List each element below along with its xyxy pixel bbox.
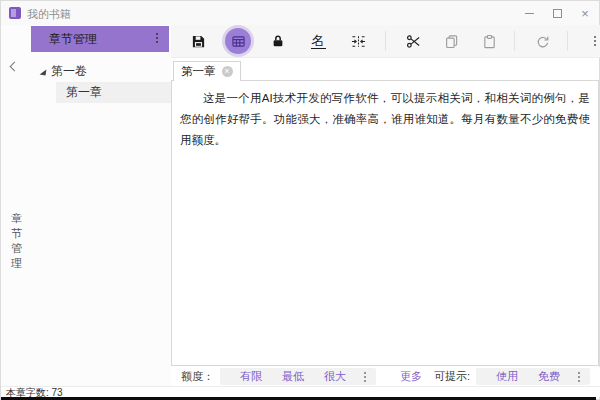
lock-button[interactable] <box>265 28 291 54</box>
toolbar-separator <box>385 31 386 51</box>
vertical-tab-chapter-management[interactable]: 章节管理 <box>10 211 23 271</box>
close-button[interactable]: × <box>571 1 599 25</box>
left-rail: 章节管理 <box>1 25 31 397</box>
cut-button[interactable] <box>400 28 426 54</box>
redo-button[interactable] <box>529 28 555 54</box>
tree-item-label: 第一卷 <box>51 63 87 80</box>
maximize-icon <box>553 9 562 18</box>
panel-header: 章节管理 <box>31 26 169 52</box>
editor-toolbar: 名 <box>171 25 600 58</box>
suggestion-word[interactable]: 使用 <box>496 369 518 384</box>
suggestion-word[interactable]: 很大 <box>324 369 346 384</box>
panel-title: 章节管理 <box>49 31 97 48</box>
chapter-tab-active[interactable]: 第一章 × <box>173 61 241 81</box>
chapter-tree: 第一卷 第一章 <box>31 52 171 397</box>
toolbar-more-button[interactable] <box>582 28 600 54</box>
suggestion-more-dots-icon[interactable] <box>364 372 366 382</box>
tree-item-chapter-selected[interactable]: 第一章 <box>56 82 171 103</box>
minimize-icon <box>525 13 534 14</box>
copy-button[interactable] <box>438 28 464 54</box>
toolbar-separator <box>567 31 568 51</box>
title-bar: 我的书籍 × <box>1 1 599 25</box>
save-button[interactable] <box>185 28 211 54</box>
lock-icon <box>271 34 285 48</box>
app-window: 我的书籍 × 章节管理 章节管理 第一卷 第一章 名 <box>0 0 600 400</box>
maximize-button[interactable] <box>543 1 571 25</box>
prompt-suggestions-group: 使用 免费 <box>476 368 590 385</box>
quota-suggestions-group: 有限 最低 很大 <box>220 368 376 385</box>
close-icon: × <box>581 7 589 20</box>
ai-suggestion-bar: 额度： 有限 最低 很大 更多 可提示: 使用 免费 <box>171 367 600 386</box>
tab-title: 第一章 <box>181 64 216 79</box>
name-text-icon: 名 <box>311 34 326 49</box>
paste-button[interactable] <box>476 28 502 54</box>
editor-text: 这是一个用AI技术开发的写作软件，可以提示相关词，和相关词的例句，是您的创作好帮… <box>172 81 598 151</box>
panel-menu-dots-icon[interactable] <box>156 33 158 43</box>
minimize-button[interactable] <box>515 1 543 25</box>
indent-icon <box>351 34 366 49</box>
clipboard-paste-icon <box>482 34 497 49</box>
status-bar: 本章字数: 73 <box>1 386 600 397</box>
suggestion-word[interactable]: 有限 <box>240 369 262 384</box>
toolbar-separator <box>514 31 515 51</box>
scissors-icon <box>406 34 421 49</box>
window-title: 我的书籍 <box>27 7 71 22</box>
more-dots-icon <box>594 36 596 46</box>
copy-icon <box>444 34 459 49</box>
indent-format-button[interactable] <box>345 28 371 54</box>
suggestion-word[interactable]: 免费 <box>538 369 560 384</box>
save-floppy-icon <box>191 34 206 49</box>
collapse-sidebar-chevron-icon[interactable] <box>10 62 20 72</box>
character-name-button[interactable]: 名 <box>305 28 331 54</box>
quota-label: 额度： <box>181 369 214 384</box>
more-suggestions-link[interactable]: 更多 <box>400 369 422 384</box>
tab-close-icon[interactable]: × <box>222 66 233 77</box>
editor-area: 第一章 × 这是一个用AI技术开发的写作软件，可以提示相关词，和相关词的例句，是… <box>171 58 599 366</box>
app-logo-icon <box>9 7 21 19</box>
tree-expander-icon[interactable] <box>40 68 47 75</box>
suggestion-word[interactable]: 最低 <box>282 369 304 384</box>
editor-content[interactable]: 这是一个用AI技术开发的写作软件，可以提示相关词，和相关词的例句，是您的创作好帮… <box>171 80 599 366</box>
tree-item-volume[interactable]: 第一卷 <box>31 61 171 82</box>
prompt-label: 可提示: <box>434 369 470 384</box>
card-view-button-active[interactable] <box>225 28 251 54</box>
suggestion-more-dots-icon[interactable] <box>578 372 580 382</box>
redo-arrow-icon <box>535 34 550 49</box>
tree-item-label: 第一章 <box>66 84 102 101</box>
grid-view-icon <box>232 35 245 48</box>
